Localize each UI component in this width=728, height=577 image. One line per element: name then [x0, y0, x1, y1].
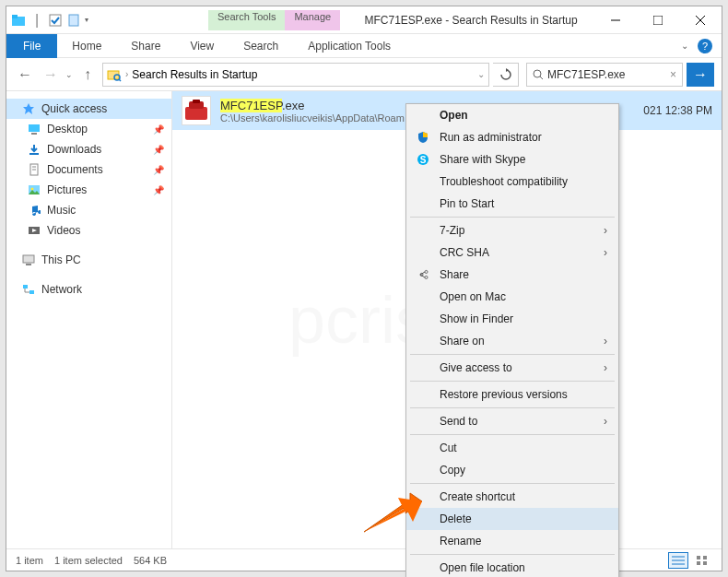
checkbox-icon[interactable] — [48, 13, 63, 28]
sidebar-item-label: Desktop — [47, 123, 88, 135]
pin-icon: 📌 — [153, 145, 164, 155]
cm-open-mac[interactable]: Open on Mac — [406, 286, 618, 308]
exe-icon — [182, 96, 211, 125]
cm-separator — [410, 483, 615, 484]
desktop-icon — [27, 122, 41, 136]
sidebar-item-label: Downloads — [47, 143, 101, 156]
manage-tab-header: Manage — [285, 10, 340, 30]
downloads-icon — [27, 142, 41, 157]
clear-search-icon[interactable]: × — [670, 68, 676, 81]
cm-share-on[interactable]: Share on› — [406, 330, 618, 352]
ribbon-tabs: File Home Share View Search Application … — [6, 34, 722, 58]
qat-dropdown-icon[interactable]: ▾ — [85, 16, 88, 24]
cm-open-location[interactable]: Open file location — [406, 557, 618, 577]
ribbon-collapse-icon[interactable]: ⌄ — [681, 41, 688, 51]
cm-give-access[interactable]: Give access to› — [406, 357, 618, 379]
nav-pane: Quick access Desktop 📌 Downloads 📌 Docum… — [6, 91, 172, 548]
sidebar-network[interactable]: Network — [6, 279, 171, 300]
documents-icon — [27, 162, 41, 177]
pin-icon: 📌 — [153, 165, 164, 175]
cm-show-finder[interactable]: Show in Finder — [406, 308, 618, 330]
search-go-button[interactable]: → — [687, 63, 714, 87]
cm-share-skype[interactable]: SShare with Skype — [406, 148, 618, 171]
cm-open[interactable]: Open — [406, 104, 618, 126]
cm-cut[interactable]: Cut — [406, 437, 618, 459]
sidebar-item-music[interactable]: Music — [6, 200, 171, 220]
chevron-right-icon: › — [604, 361, 607, 374]
pin-icon: 📌 — [153, 124, 164, 135]
address-bar[interactable]: › Search Results in Startup ⌄ — [102, 63, 489, 87]
sidebar-item-downloads[interactable]: Downloads 📌 — [6, 139, 171, 159]
qat-divider: | — [29, 13, 44, 28]
svg-rect-22 — [23, 255, 34, 263]
sidebar-item-videos[interactable]: Videos — [6, 220, 171, 241]
chevron-right-icon: › — [604, 335, 607, 347]
tab-home[interactable]: Home — [57, 35, 116, 57]
folder-icon — [11, 13, 26, 28]
cm-separator — [410, 381, 615, 382]
svg-rect-24 — [23, 285, 28, 288]
svg-rect-3 — [69, 15, 78, 26]
svg-rect-2 — [50, 15, 61, 26]
icons-view-button[interactable] — [692, 552, 712, 569]
cm-run-admin[interactable]: Run as administrator — [406, 126, 618, 148]
pictures-icon — [27, 183, 41, 197]
svg-rect-1 — [12, 15, 18, 18]
titlebar: | ▾ Search Tools Manage MFC71ESP.exe - S… — [6, 6, 722, 34]
path-chevron-icon[interactable]: › — [125, 69, 128, 79]
tab-search[interactable]: Search — [229, 35, 293, 57]
tab-application-tools[interactable]: Application Tools — [293, 35, 405, 57]
cm-copy[interactable]: Copy — [406, 459, 618, 481]
sidebar-item-pictures[interactable]: Pictures 📌 — [6, 180, 171, 200]
file-tab[interactable]: File — [6, 34, 57, 58]
cm-separator — [410, 354, 615, 355]
skype-icon: S — [416, 152, 430, 167]
recent-dropdown-icon[interactable]: ⌄ — [65, 70, 73, 79]
help-icon[interactable]: ? — [698, 39, 712, 53]
tab-share[interactable]: Share — [116, 35, 175, 57]
cm-7zip[interactable]: 7-Zip› — [406, 219, 618, 241]
svg-rect-32 — [697, 556, 700, 559]
annotation-arrow-icon — [359, 490, 424, 536]
page-icon[interactable] — [66, 13, 81, 28]
back-button[interactable]: ← — [14, 64, 36, 86]
cm-share[interactable]: Share — [406, 264, 618, 286]
navigation-bar: ← → ⌄ ↑ › Search Results in Startup ⌄ MF… — [6, 58, 722, 91]
cm-delete[interactable]: Delete — [406, 508, 618, 530]
forward-button[interactable]: → — [40, 64, 62, 86]
cm-pin-start[interactable]: Pin to Start — [406, 193, 618, 215]
sidebar-this-pc[interactable]: This PC — [6, 250, 171, 270]
up-button[interactable]: ↑ — [76, 64, 99, 86]
sidebar-quick-access[interactable]: Quick access — [6, 99, 171, 119]
details-view-button[interactable] — [668, 552, 688, 569]
sidebar-item-desktop[interactable]: Desktop 📌 — [6, 119, 171, 139]
share-icon — [416, 267, 430, 282]
cm-create-shortcut[interactable]: Create shortcut — [406, 486, 618, 508]
close-button[interactable] — [679, 6, 722, 34]
tab-view[interactable]: View — [175, 35, 229, 57]
sidebar-item-documents[interactable]: Documents 📌 — [6, 159, 171, 180]
status-size: 564 KB — [134, 555, 167, 566]
search-input[interactable]: MFC71ESP.exe × — [526, 63, 683, 87]
breadcrumb[interactable]: Search Results in Startup — [132, 68, 257, 81]
svg-point-11 — [534, 70, 541, 77]
chevron-right-icon: › — [604, 246, 607, 259]
svg-rect-25 — [29, 290, 34, 294]
cm-separator — [410, 407, 615, 408]
cm-rename[interactable]: Rename — [406, 530, 618, 552]
network-icon — [21, 282, 36, 297]
cm-troubleshoot[interactable]: Troubleshoot compatibility — [406, 171, 618, 193]
cm-send-to[interactable]: Send to› — [406, 410, 618, 432]
qat: | ▾ — [6, 13, 88, 28]
status-item-count: 1 item — [16, 555, 43, 566]
cm-separator — [410, 434, 615, 435]
address-dropdown-icon[interactable]: ⌄ — [477, 69, 485, 79]
search-value: MFC71ESP.exe — [547, 68, 626, 81]
context-menu: Open Run as administrator SShare with Sk… — [405, 103, 619, 577]
cm-crc-sha[interactable]: CRC SHA› — [406, 241, 618, 264]
cm-restore[interactable]: Restore previous versions — [406, 383, 618, 406]
refresh-button[interactable] — [493, 63, 519, 87]
sidebar-item-label: Network — [41, 283, 82, 296]
maximize-button[interactable] — [637, 6, 679, 34]
minimize-button[interactable] — [594, 6, 637, 34]
